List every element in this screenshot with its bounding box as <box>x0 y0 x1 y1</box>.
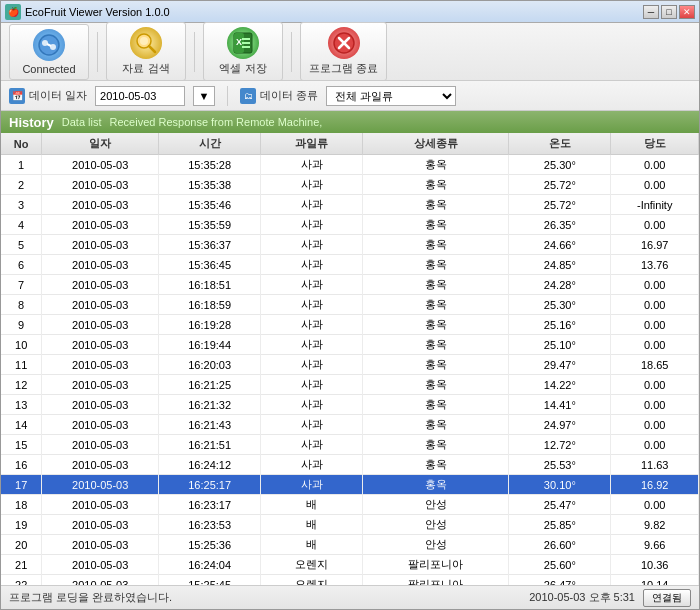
table-row[interactable]: 142010-05-0316:21:43사과홍옥24.97°0.00 <box>1 415 699 435</box>
window-title: EcoFruit Viewer Version 1.0.0 <box>25 6 170 18</box>
table-cell: 홍옥 <box>363 235 509 255</box>
svg-line-5 <box>149 46 155 52</box>
table-cell: 5 <box>1 235 42 255</box>
table-cell: 16:21:32 <box>159 395 261 415</box>
maximize-button[interactable]: □ <box>661 5 677 19</box>
table-cell: 16:19:44 <box>159 335 261 355</box>
table-cell: 12 <box>1 375 42 395</box>
table-row[interactable]: 32010-05-0315:35:46사과홍옥25.72°-Infinity <box>1 195 699 215</box>
table-cell: 0.00 <box>611 415 699 435</box>
table-cell: 사과 <box>261 235 363 255</box>
table-cell: 2010-05-03 <box>42 575 159 586</box>
col-header-temp: 온도 <box>509 133 611 155</box>
table-cell: 사과 <box>261 175 363 195</box>
excel-icon: X <box>227 27 259 59</box>
table-cell: 홍옥 <box>363 195 509 215</box>
table-row[interactable]: 52010-05-0315:36:37사과홍옥24.66°16.97 <box>1 235 699 255</box>
table-cell: 25.30° <box>509 155 611 175</box>
table-cell: 17 <box>1 475 42 495</box>
table-cell: 2010-05-03 <box>42 515 159 535</box>
data-table: No 일자 시간 과일류 상세종류 온도 당도 12010-05-0315:35… <box>1 133 699 585</box>
table-row[interactable]: 92010-05-0316:19:28사과홍옥25.16°0.00 <box>1 315 699 335</box>
table-cell: 2010-05-03 <box>42 355 159 375</box>
table-row[interactable]: 222010-05-0315:25:45오렌지팔리포니아26.47°10.14 <box>1 575 699 586</box>
table-cell: 홍옥 <box>363 415 509 435</box>
table-cell: 사과 <box>261 315 363 335</box>
table-cell: 홍옥 <box>363 475 509 495</box>
table-cell: 16:21:43 <box>159 415 261 435</box>
table-row[interactable]: 192010-05-0316:23:53배안성25.85°9.82 <box>1 515 699 535</box>
exit-icon <box>328 27 360 59</box>
table-cell: 2010-05-03 <box>42 375 159 395</box>
svg-rect-11 <box>242 42 250 44</box>
table-cell: 7 <box>1 275 42 295</box>
table-cell: 16.97 <box>611 235 699 255</box>
table-cell: 사과 <box>261 415 363 435</box>
table-cell: 16 <box>1 455 42 475</box>
table-row[interactable]: 102010-05-0316:19:44사과홍옥25.10°0.00 <box>1 335 699 355</box>
table-row[interactable]: 162010-05-0316:24:12사과홍옥25.53°11.63 <box>1 455 699 475</box>
table-row[interactable]: 212010-05-0316:24:04오렌지팔리포니아25.60°10.36 <box>1 555 699 575</box>
search-button[interactable]: 자료 검색 <box>106 22 186 81</box>
table-cell: 24.66° <box>509 235 611 255</box>
table-row[interactable]: 182010-05-0316:23:17배안성25.47°0.00 <box>1 495 699 515</box>
table-row[interactable]: 122010-05-0316:21:25사과홍옥14.22°0.00 <box>1 375 699 395</box>
history-title: History <box>9 115 54 130</box>
table-cell: 25.47° <box>509 495 611 515</box>
table-row[interactable]: 12010-05-0315:35:28사과홍옥25.30°0.00 <box>1 155 699 175</box>
exit-button[interactable]: 프로그램 종료 <box>300 22 387 81</box>
close-button[interactable]: ✕ <box>679 5 695 19</box>
table-cell: 25.10° <box>509 335 611 355</box>
table-cell: 15:35:28 <box>159 155 261 175</box>
table-cell: 25.72° <box>509 195 611 215</box>
table-cell: 홍옥 <box>363 375 509 395</box>
table-row[interactable]: 42010-05-0315:35:59사과홍옥26.35°0.00 <box>1 215 699 235</box>
table-row[interactable]: 22010-05-0315:35:38사과홍옥25.72°0.00 <box>1 175 699 195</box>
table-cell: 2010-05-03 <box>42 475 159 495</box>
table-cell: 24.28° <box>509 275 611 295</box>
excel-button[interactable]: X 엑셀 저장 <box>203 22 283 81</box>
table-row[interactable]: 112010-05-0316:20:03사과홍옥29.47°18.65 <box>1 355 699 375</box>
table-cell: 13.76 <box>611 255 699 275</box>
toolbar-separator-3 <box>291 32 292 72</box>
table-cell: 2010-05-03 <box>42 555 159 575</box>
table-row[interactable]: 152010-05-0316:21:51사과홍옥12.72°0.00 <box>1 435 699 455</box>
svg-point-6 <box>140 37 148 45</box>
exit-label: 프로그램 종료 <box>309 61 378 76</box>
table-cell: 0.00 <box>611 215 699 235</box>
minimize-button[interactable]: ─ <box>643 5 659 19</box>
table-cell: 11 <box>1 355 42 375</box>
date-dropdown-button[interactable]: ▼ <box>193 86 215 106</box>
table-cell: 15:35:46 <box>159 195 261 215</box>
connected-button[interactable]: Connected <box>9 24 89 80</box>
table-cell: 13 <box>1 395 42 415</box>
table-cell: 15:36:37 <box>159 235 261 255</box>
date-input[interactable] <box>95 86 185 106</box>
table-cell: 6 <box>1 255 42 275</box>
table-cell: 4 <box>1 215 42 235</box>
table-row[interactable]: 62010-05-0315:36:45사과홍옥24.85°13.76 <box>1 255 699 275</box>
table-cell: 25.53° <box>509 455 611 475</box>
table-cell: 15:35:38 <box>159 175 261 195</box>
search-label: 자료 검색 <box>122 61 169 76</box>
table-cell: 15 <box>1 435 42 455</box>
toolbar-separator-2 <box>194 32 195 72</box>
date-icon: 📅 <box>9 88 25 104</box>
table-row[interactable]: 202010-05-0315:25:36배안성26.60°9.66 <box>1 535 699 555</box>
table-cell: 사과 <box>261 255 363 275</box>
table-cell: 홍옥 <box>363 175 509 195</box>
connect-button[interactable]: 연결됨 <box>643 589 691 607</box>
table-row[interactable]: 132010-05-0316:21:32사과홍옥14.41°0.00 <box>1 395 699 415</box>
table-cell: 30.10° <box>509 475 611 495</box>
table-row[interactable]: 172010-05-0316:25:17사과홍옥30.10°16.92 <box>1 475 699 495</box>
svg-rect-12 <box>242 46 250 48</box>
table-cell: 9.82 <box>611 515 699 535</box>
search-icon <box>130 27 162 59</box>
type-select[interactable]: 전체 과일류 <box>326 86 456 106</box>
table-cell: 홍옥 <box>363 435 509 455</box>
table-cell: 2010-05-03 <box>42 335 159 355</box>
table-cell: 배 <box>261 515 363 535</box>
table-row[interactable]: 72010-05-0316:18:51사과홍옥24.28°0.00 <box>1 275 699 295</box>
table-row[interactable]: 82010-05-0316:18:59사과홍옥25.30°0.00 <box>1 295 699 315</box>
table-cell: 2010-05-03 <box>42 315 159 335</box>
